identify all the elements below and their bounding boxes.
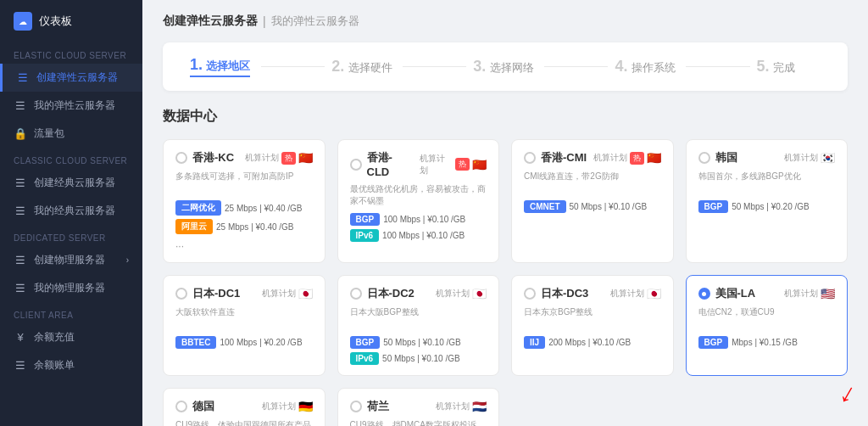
- sidebar-section-label: CLASSIC CLOUD SERVER: [0, 148, 142, 169]
- dc-option-btn[interactable]: BGP: [350, 336, 381, 349]
- dc-option-btn[interactable]: BGP: [350, 213, 381, 226]
- step-num-text: 5.: [757, 58, 770, 75]
- dc-option-price: 200 Mbps | ¥0.10 /GB: [548, 338, 631, 347]
- dc-option-price: 50 Mbps | ¥0.10 /GB: [382, 354, 460, 363]
- dc-radio: [698, 152, 710, 164]
- dc-name: 韩国: [715, 150, 737, 165]
- dc-option-row: BGP100 Mbps | ¥0.10 /GB: [350, 213, 487, 226]
- dc-option-row: BGP50 Mbps | ¥0.20 /GB: [698, 200, 836, 213]
- dc-card-header: 韩国机算计划 🇰🇷: [698, 150, 836, 165]
- dc-card-8[interactable]: 德国机算计划 🇩🇪CU9路线，体验中国跟德国所有产品CU9100 Mbps | …: [163, 388, 326, 426]
- dc-flag: 🇺🇸: [821, 287, 835, 300]
- dc-tag: 机算计划 🇳🇱: [436, 400, 487, 413]
- step-label-text: 操作系统: [632, 61, 676, 74]
- dc-tag: 机算计划 🇯🇵: [262, 287, 313, 300]
- dc-flag: 🇩🇪: [298, 400, 313, 413]
- dc-desc: 多条路线可选择，可附加高防IP: [175, 171, 313, 194]
- dc-card-header: 美国-LA机算计划 🇺🇸: [698, 286, 836, 301]
- dc-option-btn[interactable]: BGP: [698, 200, 729, 213]
- dc-card-header: 香港-CLD机算计划 热🇨🇳: [350, 150, 487, 178]
- dc-desc: 最优线路优化机房，容易被攻击，商家不锅墨: [350, 183, 487, 207]
- dc-option-price: 100 Mbps | ¥0.20 /GB: [220, 338, 302, 347]
- sidebar-item-create-dedicated[interactable]: ☰创建物理服务器›: [0, 246, 142, 274]
- step-2[interactable]: 2. 选择硬件: [331, 58, 396, 76]
- dc-option-btn[interactable]: IPv6: [350, 352, 380, 365]
- dc-card-7[interactable]: 美国-LA机算计划 🇺🇸电信CN2，联通CU9BGPMbps | ¥0.15 /…: [686, 275, 849, 376]
- dc-option-btn[interactable]: IIJ: [524, 336, 545, 349]
- dc-card-9[interactable]: 荷兰机算计划 🇳🇱CU9路线，挡DMCA数字版权投诉CU9100 Mbps | …: [337, 388, 500, 426]
- dc-radio: [524, 152, 536, 164]
- dc-card-1[interactable]: 香港-CLD机算计划 热🇨🇳最优线路优化机房，容易被攻击，商家不锅墨BGP100…: [337, 139, 500, 263]
- dc-card-0[interactable]: 香港-KC机算计划 热🇨🇳多条路线可选择，可附加高防IP二网优化25 Mbps …: [163, 139, 326, 263]
- dc-card-3[interactable]: 韩国机算计划 🇰🇷韩国首尔，多线路BGP优化BGP50 Mbps | ¥0.20…: [686, 139, 849, 263]
- sidebar-item-create-elastic[interactable]: ☰创建弹性云服务器: [0, 64, 142, 92]
- sidebar-item-my-elastic[interactable]: ☰我的弹性云服务器: [0, 92, 142, 120]
- sidebar-item-recharge[interactable]: ¥余额充值: [0, 323, 142, 351]
- sidebar-item-my-dedicated[interactable]: ☰我的物理服务器: [0, 274, 142, 302]
- dc-option-price: Mbps | ¥0.15 /GB: [732, 338, 798, 347]
- dc-option-btn[interactable]: 阿里云: [175, 219, 213, 234]
- breadcrumb-main: 创建弹性云服务器: [163, 14, 258, 29]
- step-4[interactable]: 4. 操作系统: [615, 58, 679, 76]
- sidebar-item-label: 流量包: [34, 126, 64, 141]
- dc-option-row: IPv6100 Mbps | ¥0.10 /GB: [350, 229, 487, 242]
- dc-option-btn[interactable]: 二网优化: [175, 200, 221, 216]
- step-num-text: 1.: [190, 56, 203, 73]
- sidebar-item-label: 余额账单: [34, 358, 75, 373]
- menu-icon: 🔒: [14, 127, 27, 141]
- main-content: 创建弹性云服务器 | 我的弹性云服务器 1. 选择地区2. 选择硬件3. 选择网…: [142, 0, 868, 426]
- step-3[interactable]: 3. 选择网络: [473, 58, 537, 76]
- dc-more[interactable]: ···: [175, 240, 313, 252]
- sidebar-item-label: 创建物理服务器: [34, 253, 105, 267]
- sidebar-logo: ☁ 仪表板: [0, 0, 142, 42]
- sidebar-item-create-classic[interactable]: ☰创建经典云服务器: [0, 169, 142, 197]
- dc-card-5[interactable]: 日本-DC2机算计划 🇯🇵日本大阪BGP整线BGP50 Mbps | ¥0.10…: [337, 275, 500, 376]
- dc-options: BGP50 Mbps | ¥0.20 /GB: [698, 200, 836, 213]
- step-line: [403, 66, 467, 67]
- sidebar-item-flow-package[interactable]: 🔒流量包: [0, 120, 142, 148]
- sidebar-item-my-classic[interactable]: ☰我的经典云服务器: [0, 197, 142, 225]
- menu-icon: ☰: [14, 254, 27, 267]
- step-1[interactable]: 1. 选择地区: [190, 56, 254, 77]
- dc-radio: [350, 159, 362, 171]
- menu-icon: ☰: [14, 359, 27, 373]
- sidebar-item-label: 余额充值: [34, 330, 75, 345]
- dc-option-btn[interactable]: IPv6: [350, 229, 380, 242]
- dc-card-header: 日本-DC1机算计划 🇯🇵: [175, 286, 313, 301]
- menu-icon: ¥: [14, 331, 27, 345]
- dc-radio: [350, 288, 362, 300]
- sidebar-item-label: 创建经典云服务器: [34, 176, 115, 190]
- step-num-text: 3.: [473, 58, 486, 75]
- dc-option-price: 25 Mbps | ¥0.40 /GB: [216, 222, 294, 232]
- dc-card-6[interactable]: 日本-DC3机算计划 🇯🇵日本东京BGP整线IIJ200 Mbps | ¥0.1…: [511, 275, 674, 376]
- arrow-indicator: ↓: [835, 376, 862, 410]
- dc-options: CMNET50 Mbps | ¥0.10 /GB: [524, 200, 661, 213]
- logo-icon: ☁: [14, 12, 32, 31]
- sidebar-item-label: 创建弹性云服务器: [36, 70, 118, 85]
- dc-option-price: 50 Mbps | ¥0.20 /GB: [732, 202, 810, 211]
- dc-option-btn[interactable]: BGP: [698, 336, 729, 349]
- dc-card-2[interactable]: 香港-CMI机算计划 热🇨🇳CMI线路直连，带2G防御CMNET50 Mbps …: [511, 139, 674, 263]
- dc-tag: 机算计划 🇺🇸: [784, 287, 835, 300]
- dc-card-header: 日本-DC2机算计划 🇯🇵: [350, 286, 487, 301]
- sidebar-section-label: ELASTIC CLOUD SERVER: [0, 42, 142, 64]
- step-5[interactable]: 5. 完成: [757, 58, 821, 76]
- dc-option-btn[interactable]: BBTEC: [175, 336, 216, 349]
- dc-options: BGP50 Mbps | ¥0.10 /GBIPv650 Mbps | ¥0.1…: [350, 336, 487, 365]
- dc-option-btn[interactable]: CMNET: [524, 200, 566, 213]
- dc-flag: 🇰🇷: [821, 151, 835, 165]
- sidebar-item-orders[interactable]: ☰余额账单: [0, 351, 142, 379]
- dc-desc: CMI线路直连，带2G防御: [524, 171, 661, 194]
- dc-radio: [175, 152, 187, 164]
- dc-radio: [698, 288, 710, 300]
- dc-radio: [524, 288, 536, 300]
- dc-name: 美国-LA: [715, 286, 756, 301]
- sidebar-arrow-icon: ›: [126, 255, 129, 265]
- dc-card-4[interactable]: 日本-DC1机算计划 🇯🇵大阪软软件直连BBTEC100 Mbps | ¥0.2…: [163, 275, 326, 376]
- dc-tag: 机算计划 🇯🇵: [610, 287, 661, 300]
- dc-option-row: BGP50 Mbps | ¥0.10 /GB: [350, 336, 487, 349]
- hot-badge: 热: [281, 152, 296, 165]
- step-label-text: 完成: [773, 61, 795, 74]
- dc-flag: 🇨🇳: [647, 151, 661, 165]
- hot-badge: 热: [455, 158, 470, 171]
